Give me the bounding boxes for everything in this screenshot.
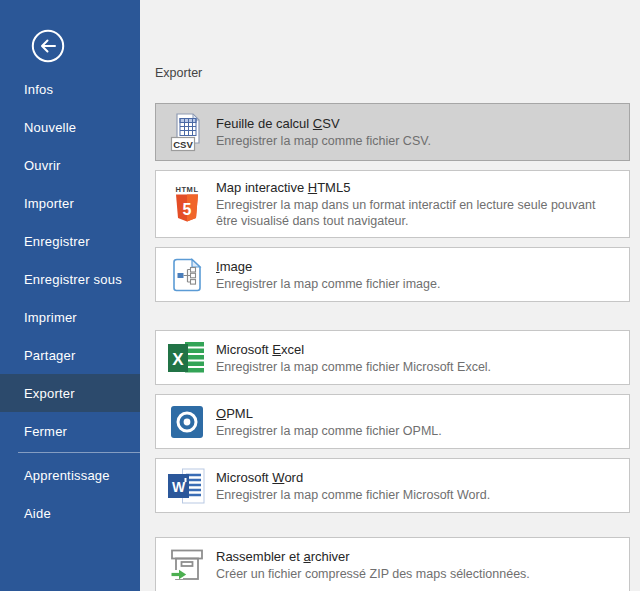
back-arrow-icon [31,49,65,66]
export-item-title: OPML [216,405,442,422]
csv-file-icon: CSV [168,112,206,152]
export-item-excel[interactable]: X Microsoft ExcelEnregistrer la map comm… [155,330,630,385]
sidebar-item-fermer[interactable]: Fermer [0,412,140,450]
export-item-html5[interactable]: HTML 5 Map interactive HTML5Enregistrer … [155,170,630,238]
sidebar-item-label: Aide [24,506,51,521]
export-item-text: Feuille de calcul CSVEnregistrer la map … [216,115,431,149]
sidebar-item-label: Enregistrer sous [24,272,122,287]
export-item-desc: Enregistrer la map comme fichier Microso… [216,487,490,503]
svg-text:HTML: HTML [175,185,198,194]
sidebar-item-ouvrir[interactable]: Ouvrir [0,146,140,184]
sidebar-item-infos[interactable]: Infos [0,70,140,108]
backstage-sidebar: InfosNouvelleOuvrirImporterEnregistrerEn… [0,0,140,591]
export-item-title: Microsoft Word [216,469,490,486]
accelerator-letter: O [216,406,226,421]
export-item-title: Map interactive HTML5 [216,179,617,196]
accelerator-letter: a [303,549,310,564]
export-item-text: Microsoft ExcelEnregistrer la map comme … [216,341,491,375]
html5-icon: HTML 5 [168,184,206,224]
export-item-desc: Créer un fichier compressé ZIP des maps … [216,566,530,582]
sidebar-item-enregistrer-sous[interactable]: Enregistrer sous [0,260,140,298]
sidebar-nav: InfosNouvelleOuvrirImporterEnregistrerEn… [0,70,140,450]
accelerator-letter: H [308,180,317,195]
export-group-3: Rassembler et archiverCréer un fichier c… [155,537,630,591]
sidebar-item-label: Fermer [24,424,67,439]
sidebar-item-nouvelle[interactable]: Nouvelle [0,108,140,146]
sidebar-item-label: Ouvrir [24,158,61,173]
svg-text:W: W [172,478,186,494]
image-file-icon [168,257,206,293]
archive-box-icon [168,546,206,584]
export-item-desc: Enregistrer la map comme fichier CSV. [216,133,431,149]
export-item-text: OPMLEnregistrer la map comme fichier OPM… [216,405,442,439]
svg-text:X: X [172,349,184,368]
page-title: Exporter [155,66,630,81]
export-item-title: Image [216,258,440,275]
accelerator-letter: E [272,342,281,357]
sidebar-item-enregistrer[interactable]: Enregistrer [0,222,140,260]
export-item-title: Feuille de calcul CSV [216,115,431,132]
export-item-title: Microsoft Excel [216,341,491,358]
sidebar-item-label: Apprentissage [24,468,110,483]
export-item-opml[interactable]: OPMLEnregistrer la map comme fichier OPM… [155,394,630,449]
export-item-text: Map interactive HTML5Enregistrer la map … [216,179,617,229]
sidebar-item-label: Exporter [24,386,75,401]
sidebar-item-partager[interactable]: Partager [0,336,140,374]
export-item-desc: Enregistrer la map comme fichier Microso… [216,359,491,375]
svg-text:5: 5 [183,201,192,218]
sidebar-item-label: Imprimer [24,310,77,325]
sidebar-item-aide[interactable]: Aide [0,494,140,532]
export-item-desc: Enregistrer la map dans un format intera… [216,197,617,229]
sidebar-item-label: Enregistrer [24,234,90,249]
sidebar-item-imprimer[interactable]: Imprimer [0,298,140,336]
export-item-csv[interactable]: CSV Feuille de calcul CSVEnregistrer la … [155,103,630,161]
accelerator-letter: C [313,116,322,131]
excel-icon: X [168,340,206,376]
sidebar-item-label: Importer [24,196,74,211]
export-item-desc: Enregistrer la map comme fichier image. [216,276,440,292]
export-item-image[interactable]: ImageEnregistrer la map comme fichier im… [155,247,630,302]
accelerator-letter: W [272,470,284,485]
export-item-word[interactable]: W Microsoft WordEnregistrer la map comme… [155,458,630,513]
export-groups: CSV Feuille de calcul CSVEnregistrer la … [155,103,630,591]
sidebar-item-apprentissage[interactable]: Apprentissage [0,456,140,494]
export-item-title: Rassembler et archiver [216,548,530,565]
export-group-2: X Microsoft ExcelEnregistrer la map comm… [155,330,630,513]
export-item-text: ImageEnregistrer la map comme fichier im… [216,258,440,292]
export-group-1: CSV Feuille de calcul CSVEnregistrer la … [155,103,630,302]
sidebar-item-label: Infos [24,82,53,97]
export-item-text: Rassembler et archiverCréer un fichier c… [216,548,530,582]
sidebar-item-label: Nouvelle [24,120,76,135]
sidebar-item-label: Partager [24,348,75,363]
word-icon: W [168,468,206,504]
sidebar-footer-nav: ApprentissageAide [0,456,140,532]
export-item-text: Microsoft WordEnregistrer la map comme f… [216,469,490,503]
sidebar-separator [18,452,140,453]
opml-icon [168,405,206,439]
sidebar-item-exporter[interactable]: Exporter [0,374,140,412]
export-item-archive[interactable]: Rassembler et archiverCréer un fichier c… [155,537,630,591]
back-button[interactable] [31,29,65,63]
svg-text:CSV: CSV [173,139,193,150]
export-panel: Exporter CSV Feuille de calcul CSVEnregi… [140,0,640,591]
sidebar-item-importer[interactable]: Importer [0,184,140,222]
export-item-desc: Enregistrer la map comme fichier OPML. [216,423,442,439]
